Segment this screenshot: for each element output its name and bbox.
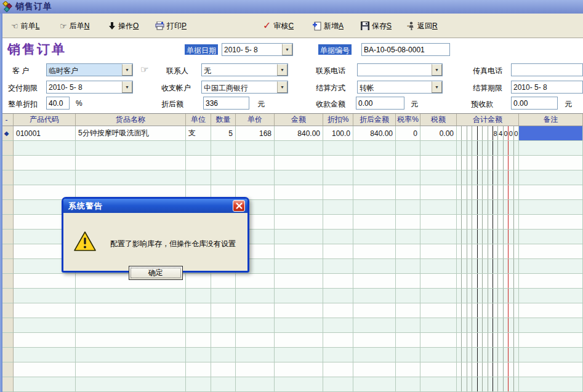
cell-disc_amount[interactable] — [353, 230, 396, 244]
cell-qty[interactable]: 5 — [211, 126, 236, 141]
cell-discount[interactable] — [323, 200, 353, 215]
cell-remark[interactable] — [519, 318, 583, 333]
cell-tax_rate[interactable] — [396, 156, 420, 170]
column-header-tax_rate[interactable]: 税率% — [396, 114, 420, 126]
received-input[interactable] — [356, 97, 404, 110]
cell-amount[interactable] — [275, 289, 323, 303]
cell-amount[interactable] — [275, 156, 323, 170]
cell-disc_amount[interactable] — [353, 170, 396, 185]
cell-disc_amount[interactable] — [353, 333, 396, 348]
cell-tax_rate[interactable]: 0 — [396, 126, 420, 141]
toolbar-button-new[interactable]: 新增A — [312, 20, 344, 31]
toolbar-button-audit[interactable]: ✓ 审核C — [263, 20, 294, 31]
cell-price[interactable]: 168 — [236, 126, 275, 141]
cell-remark[interactable] — [519, 303, 583, 318]
cell-price[interactable] — [236, 274, 275, 289]
cell-name[interactable] — [76, 333, 186, 348]
cell-amount[interactable] — [275, 185, 323, 200]
cell-total[interactable] — [457, 303, 519, 318]
column-header-total[interactable]: 合计金额 — [457, 114, 519, 126]
cell-unit[interactable] — [186, 141, 211, 156]
cell-amount[interactable] — [275, 303, 323, 318]
cell-price[interactable] — [236, 362, 275, 377]
cell-code[interactable] — [14, 348, 76, 362]
cell-tax_rate[interactable] — [396, 348, 420, 362]
table-row-empty[interactable] — [0, 333, 583, 348]
account-combobox[interactable]: 中国工商银行 ▼ — [201, 81, 288, 94]
cell-disc_amount[interactable] — [353, 185, 396, 200]
cell-amount[interactable] — [275, 377, 323, 392]
cell-total[interactable] — [457, 259, 519, 274]
chevron-down-icon[interactable]: ▼ — [122, 64, 132, 76]
cell-tax[interactable] — [420, 200, 457, 215]
toolbar-button-next[interactable]: ☞ 后单N — [60, 20, 89, 31]
cell-qty[interactable] — [211, 289, 236, 303]
toolbar-button-return[interactable]: 返回R — [407, 20, 438, 31]
cell-remark[interactable] — [519, 185, 583, 200]
cell-amount[interactable] — [275, 215, 323, 230]
cell-remark[interactable] — [519, 215, 583, 230]
doc-no-input[interactable] — [361, 43, 450, 56]
cell-qty[interactable] — [211, 333, 236, 348]
cell-discount[interactable]: 100.0 — [323, 126, 353, 141]
prepaid-input[interactable] — [511, 97, 558, 110]
toolbar-button-print[interactable]: 打印P — [155, 20, 187, 31]
cell-tax_rate[interactable] — [396, 215, 420, 230]
cell-tax_rate[interactable] — [396, 259, 420, 274]
cell-price[interactable] — [236, 170, 275, 185]
cell-total[interactable] — [457, 348, 519, 362]
cell-code[interactable] — [14, 362, 76, 377]
cell-qty[interactable] — [211, 170, 236, 185]
cell-total[interactable] — [457, 141, 519, 156]
doc-date-combobox[interactable]: 2010- 5- 8 ▼ — [222, 43, 293, 56]
cell-amount[interactable] — [275, 274, 323, 289]
chevron-down-icon[interactable]: ▼ — [277, 64, 287, 76]
cell-tax[interactable] — [420, 170, 457, 185]
cell-tax_rate[interactable] — [396, 230, 420, 244]
cell-code[interactable] — [14, 333, 76, 348]
cell-total[interactable] — [457, 333, 519, 348]
cell-name[interactable] — [76, 348, 186, 362]
cell-discount[interactable] — [323, 303, 353, 318]
toolbar-button-operate[interactable]: 操作O — [108, 20, 139, 31]
cell-discount[interactable] — [323, 377, 353, 392]
cell-disc_amount[interactable] — [353, 377, 396, 392]
cell-code[interactable] — [14, 303, 76, 318]
cell-tax_rate[interactable] — [396, 377, 420, 392]
chevron-down-icon[interactable]: ▼ — [277, 81, 287, 93]
discounted-total-input[interactable] — [203, 97, 249, 110]
cell-total[interactable] — [457, 377, 519, 392]
cell-code[interactable] — [14, 289, 76, 303]
cell-tax[interactable] — [420, 377, 457, 392]
cell-amount[interactable] — [275, 362, 323, 377]
cell-amount[interactable] — [275, 348, 323, 362]
cell-total[interactable] — [457, 318, 519, 333]
table-row-empty[interactable] — [0, 156, 583, 170]
cell-qty[interactable] — [211, 377, 236, 392]
contact-combobox[interactable]: 无 ▼ — [201, 63, 288, 76]
cell-tax[interactable] — [420, 333, 457, 348]
cell-tax[interactable] — [420, 362, 457, 377]
cell-unit[interactable] — [186, 170, 211, 185]
cell-total[interactable] — [457, 170, 519, 185]
cell-price[interactable] — [236, 377, 275, 392]
cell-discount[interactable] — [323, 289, 353, 303]
column-header-qty[interactable]: 数量 — [211, 114, 236, 126]
cell-code[interactable] — [14, 156, 76, 170]
cell-unit[interactable] — [186, 362, 211, 377]
contact-phone-combobox[interactable]: ▼ — [357, 63, 443, 76]
cell-discount[interactable] — [323, 259, 353, 274]
table-row-empty[interactable] — [0, 318, 583, 333]
table-row-empty[interactable] — [0, 377, 583, 392]
cell-total[interactable] — [457, 274, 519, 289]
table-row-empty[interactable] — [0, 289, 583, 303]
customer-combobox[interactable]: 临时客户 ▼ — [46, 63, 133, 76]
cell-tax[interactable] — [420, 244, 457, 259]
cell-total[interactable] — [457, 244, 519, 259]
cell-tax_rate[interactable] — [396, 200, 420, 215]
cell-name[interactable] — [76, 170, 186, 185]
cell-unit[interactable] — [186, 333, 211, 348]
cell-disc_amount[interactable] — [353, 274, 396, 289]
cell-discount[interactable] — [323, 348, 353, 362]
dialog-titlebar[interactable]: 系统警告 — [63, 199, 247, 213]
